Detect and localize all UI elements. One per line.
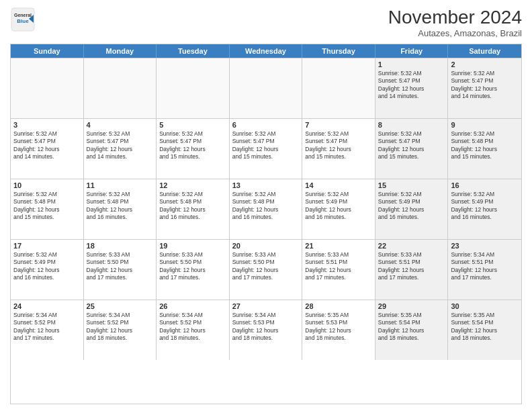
cal-cell-20: 20Sunrise: 5:33 AM Sunset: 5:50 PM Dayli… xyxy=(230,240,303,300)
day-info: Sunrise: 5:35 AM Sunset: 5:54 PM Dayligh… xyxy=(378,312,445,342)
day-number: 22 xyxy=(378,242,445,250)
day-number: 18 xyxy=(87,242,154,250)
calendar: SundayMondayTuesdayWednesdayThursdayFrid… xyxy=(10,44,522,404)
cal-cell-14: 14Sunrise: 5:32 AM Sunset: 5:49 PM Dayli… xyxy=(302,179,375,239)
cal-cell-4: 4Sunrise: 5:32 AM Sunset: 5:47 PM Daylig… xyxy=(84,119,157,179)
day-number: 4 xyxy=(87,121,154,129)
day-number: 6 xyxy=(232,121,300,129)
cal-cell-28: 28Sunrise: 5:35 AM Sunset: 5:53 PM Dayli… xyxy=(302,300,375,360)
day-info: Sunrise: 5:35 AM Sunset: 5:54 PM Dayligh… xyxy=(451,312,519,342)
day-number: 16 xyxy=(451,181,519,189)
day-number: 27 xyxy=(232,302,300,310)
cal-cell-6: 6Sunrise: 5:32 AM Sunset: 5:47 PM Daylig… xyxy=(230,119,303,179)
cal-cell-24: 24Sunrise: 5:34 AM Sunset: 5:52 PM Dayli… xyxy=(11,300,84,360)
day-number: 10 xyxy=(13,181,81,189)
cal-cell-2: 2Sunrise: 5:32 AM Sunset: 5:47 PM Daylig… xyxy=(448,58,521,118)
cal-cell-7: 7Sunrise: 5:32 AM Sunset: 5:47 PM Daylig… xyxy=(302,119,375,179)
cal-cell-19: 19Sunrise: 5:33 AM Sunset: 5:50 PM Dayli… xyxy=(157,240,230,300)
day-info: Sunrise: 5:32 AM Sunset: 5:48 PM Dayligh… xyxy=(451,130,519,161)
cal-cell-11: 11Sunrise: 5:32 AM Sunset: 5:48 PM Dayli… xyxy=(84,179,157,239)
title-block: November 2024 Autazes, Amazonas, Brazil xyxy=(388,7,522,38)
day-info: Sunrise: 5:32 AM Sunset: 5:47 PM Dayligh… xyxy=(159,130,226,161)
logo-icon: General Blue xyxy=(10,7,36,32)
day-number: 28 xyxy=(305,302,372,310)
cal-cell-30: 30Sunrise: 5:35 AM Sunset: 5:54 PM Dayli… xyxy=(448,300,521,360)
day-number: 11 xyxy=(87,181,154,189)
page: General Blue November 2024 Autazes, Amaz… xyxy=(0,0,532,411)
cal-cell-13: 13Sunrise: 5:32 AM Sunset: 5:48 PM Dayli… xyxy=(230,179,303,239)
day-info: Sunrise: 5:32 AM Sunset: 5:48 PM Dayligh… xyxy=(13,191,81,222)
day-info: Sunrise: 5:32 AM Sunset: 5:49 PM Dayligh… xyxy=(305,191,372,222)
day-info: Sunrise: 5:32 AM Sunset: 5:49 PM Dayligh… xyxy=(451,191,519,222)
day-number: 26 xyxy=(159,302,226,310)
day-info: Sunrise: 5:33 AM Sunset: 5:51 PM Dayligh… xyxy=(305,251,372,282)
day-number: 15 xyxy=(378,181,445,189)
calendar-header: SundayMondayTuesdayWednesdayThursdayFrid… xyxy=(11,44,521,58)
day-info: Sunrise: 5:32 AM Sunset: 5:49 PM Dayligh… xyxy=(378,191,445,222)
cal-cell-3: 3Sunrise: 5:32 AM Sunset: 5:47 PM Daylig… xyxy=(11,119,84,179)
cal-cell-empty-0-3 xyxy=(230,58,303,118)
day-info: Sunrise: 5:33 AM Sunset: 5:51 PM Dayligh… xyxy=(378,251,445,282)
day-info: Sunrise: 5:32 AM Sunset: 5:48 PM Dayligh… xyxy=(232,191,300,222)
day-info: Sunrise: 5:32 AM Sunset: 5:47 PM Dayligh… xyxy=(13,130,81,161)
cal-cell-22: 22Sunrise: 5:33 AM Sunset: 5:51 PM Dayli… xyxy=(375,240,449,300)
day-info: Sunrise: 5:32 AM Sunset: 5:47 PM Dayligh… xyxy=(378,70,445,101)
day-number: 12 xyxy=(159,181,226,189)
day-number: 30 xyxy=(451,302,519,310)
day-header-friday: Friday xyxy=(375,44,449,58)
day-info: Sunrise: 5:35 AM Sunset: 5:53 PM Dayligh… xyxy=(305,312,372,342)
day-number: 14 xyxy=(305,181,372,189)
day-info: Sunrise: 5:33 AM Sunset: 5:50 PM Dayligh… xyxy=(159,251,226,282)
cal-cell-12: 12Sunrise: 5:32 AM Sunset: 5:48 PM Dayli… xyxy=(157,179,230,239)
day-number: 3 xyxy=(13,121,81,129)
cal-cell-8: 8Sunrise: 5:32 AM Sunset: 5:47 PM Daylig… xyxy=(375,119,449,179)
day-number: 20 xyxy=(232,242,300,250)
day-info: Sunrise: 5:34 AM Sunset: 5:53 PM Dayligh… xyxy=(232,312,300,342)
week-row-1: 1Sunrise: 5:32 AM Sunset: 5:47 PM Daylig… xyxy=(11,58,521,118)
cal-cell-21: 21Sunrise: 5:33 AM Sunset: 5:51 PM Dayli… xyxy=(302,240,375,300)
cal-cell-18: 18Sunrise: 5:33 AM Sunset: 5:50 PM Dayli… xyxy=(84,240,157,300)
location: Autazes, Amazonas, Brazil xyxy=(388,28,522,38)
day-info: Sunrise: 5:33 AM Sunset: 5:50 PM Dayligh… xyxy=(87,251,154,282)
cal-cell-empty-0-2 xyxy=(157,58,230,118)
cal-cell-27: 27Sunrise: 5:34 AM Sunset: 5:53 PM Dayli… xyxy=(230,300,303,360)
cal-cell-25: 25Sunrise: 5:34 AM Sunset: 5:52 PM Dayli… xyxy=(84,300,157,360)
svg-text:General: General xyxy=(14,13,32,17)
day-number: 23 xyxy=(451,242,519,250)
cal-cell-10: 10Sunrise: 5:32 AM Sunset: 5:48 PM Dayli… xyxy=(11,179,84,239)
day-number: 21 xyxy=(305,242,372,250)
day-number: 25 xyxy=(87,302,154,310)
day-number: 9 xyxy=(451,121,519,129)
day-number: 29 xyxy=(378,302,445,310)
day-number: 17 xyxy=(13,242,81,250)
cal-cell-1: 1Sunrise: 5:32 AM Sunset: 5:47 PM Daylig… xyxy=(375,58,449,118)
day-info: Sunrise: 5:32 AM Sunset: 5:47 PM Dayligh… xyxy=(232,130,300,161)
day-info: Sunrise: 5:32 AM Sunset: 5:47 PM Dayligh… xyxy=(87,130,154,161)
day-info: Sunrise: 5:32 AM Sunset: 5:47 PM Dayligh… xyxy=(378,130,445,161)
cal-cell-29: 29Sunrise: 5:35 AM Sunset: 5:54 PM Dayli… xyxy=(375,300,449,360)
day-number: 8 xyxy=(378,121,445,129)
cal-cell-9: 9Sunrise: 5:32 AM Sunset: 5:48 PM Daylig… xyxy=(448,119,521,179)
day-header-thursday: Thursday xyxy=(302,44,375,58)
cal-cell-26: 26Sunrise: 5:34 AM Sunset: 5:52 PM Dayli… xyxy=(157,300,230,360)
week-row-2: 3Sunrise: 5:32 AM Sunset: 5:47 PM Daylig… xyxy=(11,118,521,179)
cal-cell-16: 16Sunrise: 5:32 AM Sunset: 5:49 PM Dayli… xyxy=(448,179,521,239)
day-number: 19 xyxy=(159,242,226,250)
day-number: 5 xyxy=(159,121,226,129)
svg-text:Blue: Blue xyxy=(17,18,29,24)
day-number: 24 xyxy=(13,302,81,310)
day-info: Sunrise: 5:34 AM Sunset: 5:52 PM Dayligh… xyxy=(87,312,154,342)
week-row-5: 24Sunrise: 5:34 AM Sunset: 5:52 PM Dayli… xyxy=(11,300,521,360)
day-header-sunday: Sunday xyxy=(11,44,84,58)
cal-cell-23: 23Sunrise: 5:34 AM Sunset: 5:51 PM Dayli… xyxy=(448,240,521,300)
cal-cell-17: 17Sunrise: 5:32 AM Sunset: 5:49 PM Dayli… xyxy=(11,240,84,300)
header: General Blue November 2024 Autazes, Amaz… xyxy=(10,7,522,38)
calendar-body: 1Sunrise: 5:32 AM Sunset: 5:47 PM Daylig… xyxy=(11,58,521,360)
day-info: Sunrise: 5:33 AM Sunset: 5:50 PM Dayligh… xyxy=(232,251,300,282)
cal-cell-empty-0-1 xyxy=(84,58,157,118)
day-info: Sunrise: 5:32 AM Sunset: 5:48 PM Dayligh… xyxy=(159,191,226,222)
day-header-wednesday: Wednesday xyxy=(230,44,303,58)
day-info: Sunrise: 5:32 AM Sunset: 5:47 PM Dayligh… xyxy=(451,70,519,101)
day-number: 13 xyxy=(232,181,300,189)
day-number: 1 xyxy=(378,60,445,68)
